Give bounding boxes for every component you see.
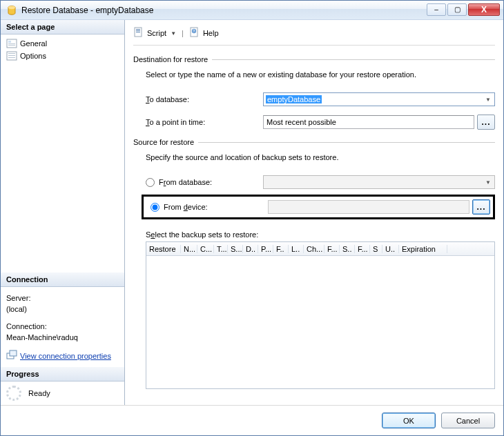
script-label: Script [147, 29, 166, 37]
view-connection-properties-link[interactable]: View connection properties [20, 350, 111, 362]
destination-section-label: Destination for restore [133, 55, 495, 63]
source-description: Specify the source and location of backu… [146, 153, 495, 161]
minimize-button[interactable]: – [427, 3, 446, 16]
grid-column-header[interactable]: F... [324, 245, 340, 253]
dialog-footer: OK Cancel [1, 405, 503, 435]
grid-column-header[interactable]: F.. [273, 245, 289, 253]
to-database-label: To database: [146, 95, 263, 103]
grid-column-header[interactable]: F... [355, 245, 370, 253]
progress-status: Ready [28, 389, 50, 397]
grid-column-header[interactable]: C... [197, 245, 214, 253]
grid-column-header[interactable]: N... [181, 245, 197, 253]
page-label: Options [20, 52, 46, 60]
svg-rect-4 [8, 43, 15, 44]
from-device-label: From device: [164, 203, 208, 211]
grid-column-header[interactable]: Expiration [399, 245, 447, 253]
svg-rect-5 [8, 45, 15, 46]
cancel-button[interactable]: Cancel [441, 413, 495, 428]
sidebar: Select a page General Options Connection [1, 20, 125, 405]
chevron-down-icon: ▼ [483, 95, 493, 104]
grid-header-row: RestoreN...C...T...S...D..P...F..L..Ch..… [146, 242, 494, 256]
to-point-in-time-value: Most recent possible [266, 118, 336, 126]
svg-rect-14 [136, 30, 140, 31]
connection-header: Connection [1, 272, 124, 287]
chevron-down-icon: ▼ [483, 177, 493, 187]
select-backup-sets-label: Select the backup sets to restore: [146, 230, 495, 239]
grid-column-header[interactable]: S.. [340, 245, 355, 253]
script-button[interactable]: Script ▼ [133, 27, 176, 39]
svg-rect-3 [8, 41, 11, 43]
help-label: Help [203, 29, 219, 37]
from-database-combo: ▼ [263, 175, 495, 189]
toolbar-separator: | [180, 29, 185, 37]
connection-icon [6, 349, 17, 364]
grid-column-header[interactable]: S [370, 245, 382, 253]
grid-column-header[interactable]: S... [228, 245, 243, 253]
close-button[interactable]: X [468, 3, 500, 16]
titlebar[interactable]: Restore Database - emptyDatabase – ▢ X [1, 1, 503, 20]
svg-rect-9 [8, 57, 15, 58]
source-header-text: Source for restore [133, 138, 194, 146]
to-point-browse-button[interactable]: ... [477, 115, 495, 130]
toolbar: Script ▼ | ? Help [133, 26, 495, 46]
select-page-header: Select a page [1, 20, 124, 34]
window-title: Restore Database - emptyDatabase [21, 6, 153, 15]
grid-column-header[interactable]: D.. [243, 245, 258, 253]
help-button[interactable]: ? Help [189, 27, 219, 39]
from-device-radio[interactable] [151, 203, 159, 212]
page-label: General [20, 39, 47, 48]
svg-rect-8 [8, 55, 15, 56]
to-point-in-time-label: To a point in time: [146, 118, 263, 126]
sidebar-item-options[interactable]: Options [5, 50, 120, 62]
grid-column-header[interactable]: Restore [146, 245, 181, 253]
svg-rect-15 [136, 32, 140, 32]
progress-header: Progress [1, 367, 124, 382]
source-section-label: Source for restore [133, 138, 495, 146]
destination-description: Select or type the name of a new or exis… [146, 70, 495, 79]
connection-value: Mean-Machine\raduq [6, 332, 119, 344]
from-device-browse-button[interactable]: ... [472, 199, 490, 215]
from-device-highlight: From device: ... [142, 195, 495, 219]
to-database-combo[interactable]: emptyDatabase ▼ [263, 92, 495, 106]
progress-spinner-icon [6, 386, 21, 401]
from-device-field [268, 200, 469, 214]
window-controls: – ▢ X [425, 3, 500, 17]
ok-button[interactable]: OK [382, 413, 436, 428]
to-database-value: emptyDatabase [266, 95, 322, 103]
maximize-button[interactable]: ▢ [447, 3, 467, 16]
to-point-in-time-field: Most recent possible [263, 115, 474, 129]
help-icon: ? [189, 27, 200, 39]
sidebar-item-general[interactable]: General [5, 37, 120, 50]
svg-text:?: ? [193, 29, 195, 33]
grid-column-header[interactable]: P... [258, 245, 273, 253]
backup-sets-grid[interactable]: RestoreN...C...T...S...D..P...F..L..Ch..… [146, 241, 495, 389]
svg-rect-11 [10, 350, 17, 356]
server-value: (local) [6, 304, 119, 315]
script-icon [133, 27, 144, 39]
from-database-label: From database: [159, 178, 212, 186]
svg-point-1 [8, 6, 15, 8]
connection-label: Connection: [6, 321, 119, 333]
svg-rect-13 [136, 29, 140, 30]
grid-column-header[interactable]: Ch... [304, 245, 324, 253]
dialog-window: Restore Database - emptyDatabase – ▢ X S… [0, 0, 504, 436]
svg-rect-7 [8, 53, 15, 54]
database-icon [6, 5, 17, 16]
destination-header-text: Destination for restore [133, 55, 208, 63]
from-database-radio[interactable] [146, 178, 155, 187]
main-panel: Script ▼ | ? Help Destination for restor… [125, 20, 503, 405]
grid-column-header[interactable]: L.. [289, 245, 304, 253]
page-icon [6, 51, 17, 61]
grid-column-header[interactable]: T... [214, 245, 228, 253]
chevron-down-icon: ▼ [171, 30, 176, 37]
page-icon [6, 39, 17, 48]
server-label: Server: [6, 293, 119, 304]
grid-column-header[interactable]: U.. [382, 245, 399, 253]
